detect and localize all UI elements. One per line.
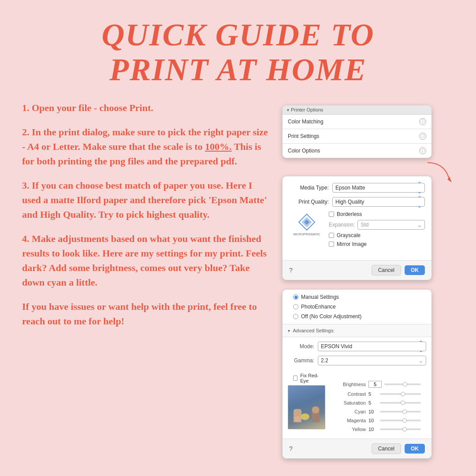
mirror-checkbox[interactable]: [329, 242, 334, 247]
borderless-checkbox[interactable]: [329, 212, 334, 217]
media-type-arrow-icon: ⌃⌄: [417, 181, 422, 195]
printer-options-header: ▾ Printer Options: [283, 105, 431, 115]
media-type-label: Media Type:: [289, 185, 329, 191]
left-column: 1. Open your file - choose Print. 2. In …: [22, 100, 269, 338]
media-type-value[interactable]: Epson Matte: [332, 183, 425, 193]
color-matching-info-icon[interactable]: ⓘ: [419, 118, 426, 125]
flowers: [301, 413, 309, 420]
print-settings-cancel-button[interactable]: Cancel: [372, 265, 401, 275]
expansion-value[interactable]: Std: [357, 220, 425, 230]
contrast-label: Contrast: [337, 391, 366, 397]
photo-preview: [288, 385, 325, 429]
print-settings-row[interactable]: Print Settings ⓘ: [283, 129, 431, 144]
manual-settings-radio[interactable]: [293, 294, 298, 300]
expansion-select-wrapper[interactable]: Std ⌄: [357, 220, 425, 230]
printer-options-dialog: ▾ Printer Options Color Matching ⓘ Print…: [282, 105, 432, 158]
manual-settings-row[interactable]: Manual Settings: [288, 292, 426, 302]
cyan-thumb[interactable]: [402, 409, 407, 414]
magenta-thumb[interactable]: [402, 418, 407, 423]
fix-red-eye-checkbox[interactable]: [293, 376, 298, 381]
mode-label: Mode:: [288, 343, 314, 350]
fix-red-eye-label: Fix Red-Eye: [300, 373, 322, 383]
gamma-select-wrapper[interactable]: 2.2 ⌄: [318, 356, 426, 365]
color-dialog-help-btn[interactable]: ?: [289, 445, 293, 452]
mirror-label: Mirror Image: [337, 241, 367, 247]
photo-enhance-row[interactable]: PhotoEnhance: [288, 302, 426, 312]
grayscale-row: Grayscale: [329, 232, 425, 238]
mode-select-wrapper[interactable]: EPSON Vivid ⌃⌄: [318, 342, 426, 351]
color-options-info-icon[interactable]: ⓘ: [419, 147, 426, 154]
saturation-thumb[interactable]: [401, 401, 405, 405]
curved-arrow: [423, 158, 458, 193]
print-quality-arrow-icon: ⌃⌄: [417, 195, 422, 209]
expansion-label: Expansion:: [329, 222, 355, 228]
contrast-value: 5: [368, 391, 377, 397]
color-matching-row[interactable]: Color Matching ⓘ: [283, 115, 431, 129]
mirror-row: Mirror Image: [329, 241, 425, 247]
brightness-input[interactable]: [368, 381, 382, 388]
color-dialog-ok-button[interactable]: OK: [405, 444, 425, 454]
color-dialog-cancel-button[interactable]: Cancel: [372, 443, 401, 454]
photo-enhance-label: PhotoEnhance: [301, 304, 336, 310]
cyan-slider-row: Cyan 10: [332, 408, 426, 415]
photo-enhance-radio[interactable]: [293, 304, 298, 309]
manual-settings-label: Manual Settings: [301, 294, 339, 300]
yellow-label: Yellow: [337, 427, 366, 432]
print-quality-label: Print Quality:: [289, 199, 329, 205]
color-dialog-buttons: ? Cancel OK: [283, 439, 431, 458]
advanced-settings-header: ▾ Advanced Settings:: [283, 324, 431, 337]
cyan-label: Cyan: [337, 409, 366, 414]
print-settings-help-btn[interactable]: ?: [289, 267, 293, 274]
saturation-label: Saturation: [337, 400, 366, 405]
advanced-settings-body: Mode: EPSON Vivid ⌃⌄ Gamma: 2.2 ⌄: [283, 337, 431, 439]
magenta-slider-row: Magenta 10: [332, 417, 426, 424]
color-options-row[interactable]: Color Options ⓘ: [283, 144, 431, 158]
media-type-select-wrapper[interactable]: Epson Matte ⌃⌄: [332, 183, 425, 193]
off-no-color-row[interactable]: Off (No Color Adjustment): [288, 312, 426, 321]
epson-logo-area: MICROPRISMATIC: [289, 211, 324, 238]
step-4: 4. Make adjustments based on what you wa…: [22, 231, 269, 290]
borderless-label: Borderless: [337, 211, 362, 217]
cyan-value: 10: [368, 409, 377, 414]
media-type-field: Media Type: Epson Matte ⌃⌄: [289, 183, 425, 193]
expansion-arrow-icon: ⌄: [417, 221, 422, 228]
magenta-track[interactable]: [380, 420, 421, 421]
brightness-track[interactable]: [384, 383, 421, 385]
epson-diamond-icon: [298, 213, 316, 231]
contrast-track[interactable]: [380, 393, 421, 395]
radio-buttons-area: Manual Settings PhotoEnhance Off (No Col…: [283, 290, 431, 324]
borderless-row: Borderless: [329, 211, 425, 217]
print-settings-buttons: ? Cancel OK: [283, 260, 431, 280]
print-settings-label: Print Settings: [288, 133, 319, 139]
mode-arrow-icon: ⌃⌄: [418, 339, 424, 353]
off-no-color-radio[interactable]: [293, 314, 298, 319]
advanced-collapse-icon: ▾: [288, 328, 290, 333]
print-quality-select-wrapper[interactable]: High Quality ⌃⌄: [332, 197, 425, 207]
print-settings-ok-button[interactable]: OK: [405, 265, 425, 275]
contrast-thumb[interactable]: [401, 392, 405, 396]
saturation-slider-row: Saturation 5: [332, 399, 426, 406]
print-quality-value[interactable]: High Quality: [332, 197, 425, 207]
yellow-thumb[interactable]: [402, 427, 407, 431]
page-title: QUICK GUIDE TO PRINT AT HOME: [22, 18, 454, 87]
epson-logo-text: MICROPRISMATIC: [294, 233, 320, 236]
cyan-track[interactable]: [380, 411, 421, 413]
mode-value[interactable]: EPSON Vivid: [318, 342, 426, 351]
print-settings-info-icon[interactable]: ⓘ: [419, 133, 426, 140]
collapse-icon: ▾: [287, 108, 289, 112]
color-matching-label: Color Matching: [288, 119, 324, 125]
saturation-track[interactable]: [380, 402, 421, 404]
fix-red-eye-row: Fix Red-Eye: [288, 371, 327, 385]
saturation-value: 5: [368, 400, 377, 405]
magenta-value: 10: [368, 418, 377, 423]
gamma-row: Gamma: 2.2 ⌄: [283, 353, 431, 368]
print-settings-dialog: Media Type: Epson Matte ⌃⌄ Print Quality…: [282, 176, 432, 280]
grayscale-checkbox[interactable]: [329, 233, 334, 238]
options-checkboxes: Borderless Expansion: Std ⌄: [329, 211, 425, 250]
gamma-value[interactable]: 2.2: [318, 356, 426, 365]
mode-row: Mode: EPSON Vivid ⌃⌄: [283, 339, 431, 353]
expansion-row: Expansion: Std ⌄: [329, 220, 425, 230]
step-3: 3. If you can choose best match of paper…: [22, 178, 269, 222]
brightness-thumb[interactable]: [403, 382, 407, 387]
yellow-track[interactable]: [380, 428, 421, 430]
